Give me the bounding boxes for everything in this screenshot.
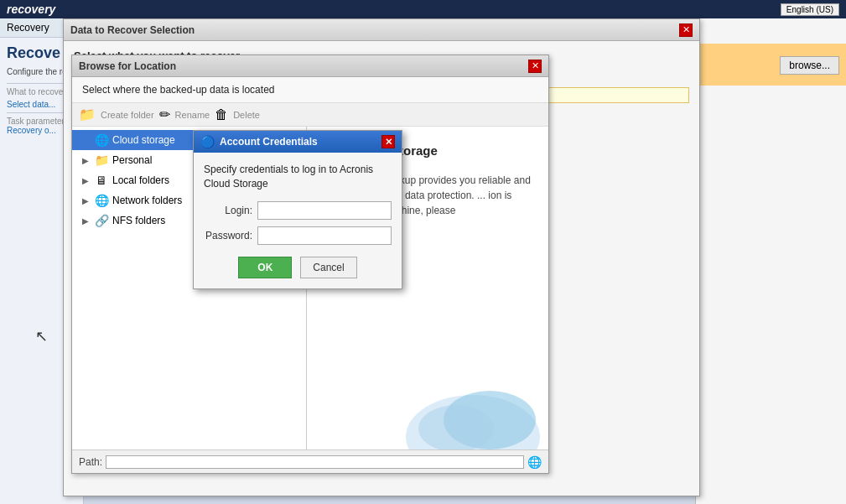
browse-title: Browse for Location [79,60,523,72]
cred-description: Specify credentials to log in to Acronis… [204,163,392,191]
cred-icon: 🔵 [200,135,215,148]
cred-buttons: OK Cancel [204,257,392,278]
path-go-icon[interactable]: 🌐 [527,455,542,469]
credentials-dialog: 🔵 Account Credentials ✕ Specify credenti… [193,130,402,289]
login-input[interactable] [257,201,392,220]
svg-point-2 [418,405,494,452]
tree-label-local-folders: Local folders [112,174,169,186]
create-folder-icon: 📁 [79,107,96,122]
rename-icon: ✏ [159,107,170,122]
cred-close-button[interactable]: ✕ [381,135,395,148]
data-recover-title: Data to Recover Selection [70,24,672,36]
network-folders-icon: 🌐 [94,194,109,207]
tree-label-cloud-storage: Cloud storage [112,134,175,146]
create-folder-btn[interactable]: Create folder [101,110,154,120]
right-panel: browse... [695,18,846,504]
tree-arrow-network: ▶ [82,196,91,205]
password-label: Password: [204,230,252,242]
login-field-row: Login: [204,201,392,220]
lang-button[interactable]: English (US) [781,3,839,16]
local-folders-icon: 🖥 [94,174,109,187]
password-field-row: Password: [204,226,392,245]
path-input[interactable] [106,455,524,469]
tree-arrow-nfs: ▶ [82,216,91,226]
login-label: Login: [204,205,252,216]
delete-btn[interactable]: Delete [233,110,260,120]
browse-button[interactable]: browse... [780,56,839,75]
ok-button[interactable]: OK [238,257,292,278]
password-input[interactable] [257,226,392,245]
app-header: recovery English (US) [0,0,846,18]
path-bar: Path: 🌐 [72,449,548,473]
delete-icon: 🗑 [215,107,228,122]
tree-arrow-local: ▶ [82,176,91,185]
data-recover-close[interactable]: ✕ [679,23,693,37]
tree-label-nfs-folders: NFS folders [112,215,165,226]
app-title: recovery [7,3,55,16]
browse-titlebar: Browse for Location ✕ [72,55,548,77]
tree-label-personal: Personal [112,154,152,166]
tree-label-network-folders: Network folders [112,195,182,206]
rename-btn[interactable]: Rename [175,110,210,120]
cancel-button[interactable]: Cancel [300,257,356,278]
data-recover-titlebar: Data to Recover Selection ✕ [64,19,699,41]
cred-title: Account Credentials [220,136,318,148]
personal-icon: 📁 [94,153,109,167]
browse-close[interactable]: ✕ [528,60,542,73]
cloud-storage-icon: 🌐 [94,133,109,147]
nfs-folders-icon: 🔗 [94,214,109,227]
cloud-art [397,361,548,462]
cred-titlebar: 🔵 Account Credentials ✕ [194,131,402,153]
tree-arrow-personal: ▶ [82,156,91,165]
recovery-tab-label: Recovery [7,22,49,34]
path-label: Path: [79,456,102,468]
browse-toolbar: 📁 Create folder ✏ Rename 🗑 Delete [72,103,548,127]
browse-instruction: Select where the backed-up data is locat… [72,77,548,103]
